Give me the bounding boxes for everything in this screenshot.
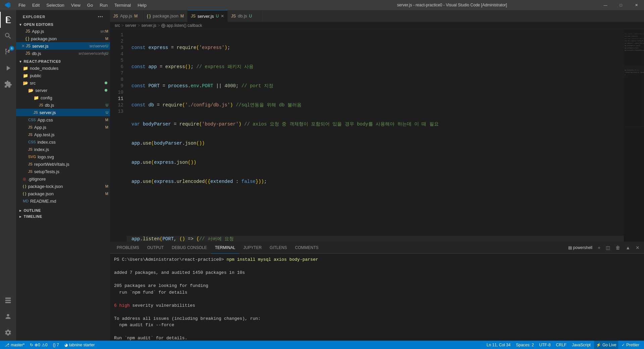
breadcrumb-src[interactable]: src <box>115 23 120 28</box>
tree-config[interactable]: 📁 config <box>16 94 110 101</box>
appjs-modified-badge: M <box>105 29 108 33</box>
panel-tab-problems[interactable]: PROBLEMS <box>113 242 143 254</box>
new-terminal-button[interactable]: + <box>596 244 602 251</box>
tab-appjs[interactable]: JS App.js M <box>110 10 144 22</box>
tree-appcss[interactable]: CSS App.css M <box>16 116 110 123</box>
menu-edit[interactable]: Edit <box>29 0 43 10</box>
menu-terminal[interactable]: Terminal <box>111 0 134 10</box>
tree-apptestjs[interactable]: JS App.test.js <box>16 131 110 138</box>
menu-selection[interactable]: Selection <box>43 0 67 10</box>
serverjs-close-button[interactable]: ✕ <box>21 44 25 48</box>
status-prettier[interactable]: ✓ Prettier <box>620 341 641 349</box>
code-line-9[interactable] <box>127 198 624 204</box>
code-line-2[interactable]: const app = express(); // express 패키지 사용 <box>127 64 624 70</box>
status-indentation[interactable]: Spaces: 2 <box>514 341 536 349</box>
node-modules-name: node_modules <box>30 66 110 71</box>
tree-public[interactable]: 📁 public <box>16 72 110 79</box>
open-editors-chevron: ▼ <box>19 23 22 27</box>
menu-go[interactable]: Go <box>84 0 96 10</box>
outline-section[interactable]: ► OUTLINE <box>16 207 110 213</box>
status-encoding[interactable]: UTF-8 <box>537 341 553 349</box>
status-line-ending[interactable]: CRLF <box>554 341 569 349</box>
status-cursor-position[interactable]: Ln 11, Col 34 <box>485 341 513 349</box>
open-editor-serverjs[interactable]: ✕ JS server.js src\server U <box>16 42 110 50</box>
status-git-sync[interactable]: ↻ ⊗0 ⚠0 <box>28 341 49 349</box>
panel-tab-output[interactable]: OUTPUT <box>143 242 168 254</box>
tree-server[interactable]: 📂 server <box>16 87 110 94</box>
code-line-1[interactable]: const express = require('express'); <box>127 45 624 51</box>
tree-readmemd[interactable]: MD README.md <box>16 197 110 205</box>
code-content[interactable]: const express = require('express'); cons… <box>127 29 624 242</box>
close-button[interactable]: ✕ <box>629 0 644 10</box>
source-control-activity-icon[interactable]: 6 <box>0 44 16 60</box>
run-debug-activity-icon[interactable] <box>0 60 16 76</box>
project-section[interactable]: ▼ REACT-PRACTICE0 <box>16 58 110 64</box>
tree-indexcss[interactable]: CSS index.css <box>16 138 110 146</box>
menu-help[interactable]: Help <box>134 0 150 10</box>
panel-tab-terminal[interactable]: TERMINAL <box>211 242 239 254</box>
open-editors-section[interactable]: ▼ OPEN EDITORS <box>16 21 110 28</box>
maximize-button[interactable]: □ <box>613 0 629 10</box>
tree-serverjs[interactable]: JS server.js U <box>16 109 110 116</box>
tab-dbjs[interactable]: JS db.js U <box>228 10 261 22</box>
sidebar-more-button[interactable]: ⋯ <box>98 13 103 20</box>
panel-tab-debug-console[interactable]: DEBUG CONSOLE <box>168 242 211 254</box>
breadcrumb-file[interactable]: server.js <box>141 23 156 28</box>
minimize-button[interactable]: — <box>598 0 613 10</box>
status-tabnine[interactable]: ◕ tabnine starter <box>62 341 97 349</box>
tree-dbjs[interactable]: JS db.js U <box>16 101 110 109</box>
tree-setuptests[interactable]: JS setupTests.js <box>16 168 110 175</box>
tree-indexjs[interactable]: JS index.js <box>16 146 110 153</box>
tree-reportwebvitals[interactable]: JS reportWebVitals.js <box>16 160 110 168</box>
open-editor-appjs[interactable]: JS App.js src M <box>16 28 110 35</box>
menu-file[interactable]: File <box>15 0 29 10</box>
tree-packagelockjson[interactable]: { } package-lock.json M <box>16 183 110 190</box>
accounts-activity-icon[interactable] <box>0 308 16 325</box>
code-line-10[interactable] <box>127 217 624 223</box>
timeline-section[interactable]: ► TIMELINE <box>16 213 110 219</box>
packagejson-modified-badge: M <box>105 37 108 41</box>
tab-serverjs-close[interactable]: ✕ <box>221 14 224 18</box>
code-line-11[interactable]: app.listen(PORT, () => {// 서버에 요청 <box>127 236 624 242</box>
kill-terminal-button[interactable]: 🗑 <box>614 244 622 251</box>
tree-src[interactable]: 📂 src <box>16 79 110 87</box>
code-line-3[interactable]: const PORT = process.env.PORT || 4000; /… <box>127 83 624 89</box>
tree-appjs[interactable]: JS App.js M <box>16 123 110 131</box>
menu-run[interactable]: Run <box>96 0 111 10</box>
tab-packagejson[interactable]: { } package.json M <box>144 10 187 22</box>
tree-gitignore[interactable]: ◎ .gitignore <box>16 175 110 183</box>
status-problems[interactable]: {} 7 <box>51 341 61 349</box>
split-terminal-button[interactable]: ◫ <box>604 244 612 251</box>
breadcrumb-symbol[interactable]: ⨁ app.listen() callback <box>161 23 202 28</box>
settings-activity-icon[interactable] <box>0 325 16 341</box>
tab-serverjs[interactable]: JS server.js U ✕ <box>187 10 228 22</box>
menu-view[interactable]: View <box>68 0 84 10</box>
open-editor-packagejson[interactable]: { } package.json M <box>16 35 110 42</box>
breadcrumb-server[interactable]: server <box>125 23 136 28</box>
code-line-7[interactable]: app.use(express.json()) <box>127 159 624 166</box>
file-tree: ▼ OPEN EDITORS JS App.js src M { } packa… <box>16 21 110 341</box>
status-go-live[interactable]: ⚡ Go Live <box>594 341 618 349</box>
panel-maximize-button[interactable]: ▲ <box>624 244 632 251</box>
panel-close-button[interactable]: ✕ <box>634 244 641 251</box>
tree-logosvg[interactable]: SVG logo.svg <box>16 153 110 160</box>
tree-packagejson[interactable]: { } package.json M <box>16 190 110 197</box>
tree-node-modules[interactable]: 📁 node_modules <box>16 64 110 72</box>
terminal-line-blank1 <box>114 263 640 270</box>
search-activity-icon[interactable] <box>0 28 16 44</box>
code-line-5[interactable]: var bodyParser = require('body-parser') … <box>127 121 624 128</box>
panel-tab-gitlens[interactable]: GITLENS <box>266 242 291 254</box>
terminal-body[interactable]: PS C:\Users\Administrator\react-practice… <box>110 254 644 341</box>
remote-activity-icon[interactable] <box>0 292 16 308</box>
extensions-activity-icon[interactable] <box>0 76 16 92</box>
explorer-activity-icon[interactable] <box>0 12 16 28</box>
dbjs-tree-badge: U <box>106 103 108 107</box>
status-git-branch[interactable]: ⎇ master* <box>3 341 26 349</box>
open-editor-dbjs[interactable]: JS db.js src\server\config U <box>16 50 110 57</box>
code-line-6[interactable]: app.use(bodyParser.json()) <box>127 140 624 147</box>
panel-tab-comments[interactable]: COMMENTS <box>291 242 322 254</box>
code-line-4[interactable]: const db = require('./config/db.js') //s… <box>127 102 624 108</box>
code-line-8[interactable]: app.use(express.urlencoded({extended : f… <box>127 179 624 185</box>
panel-tab-jupyter[interactable]: JUPYTER <box>239 242 266 254</box>
status-language-mode[interactable]: JavaScript <box>570 341 593 349</box>
